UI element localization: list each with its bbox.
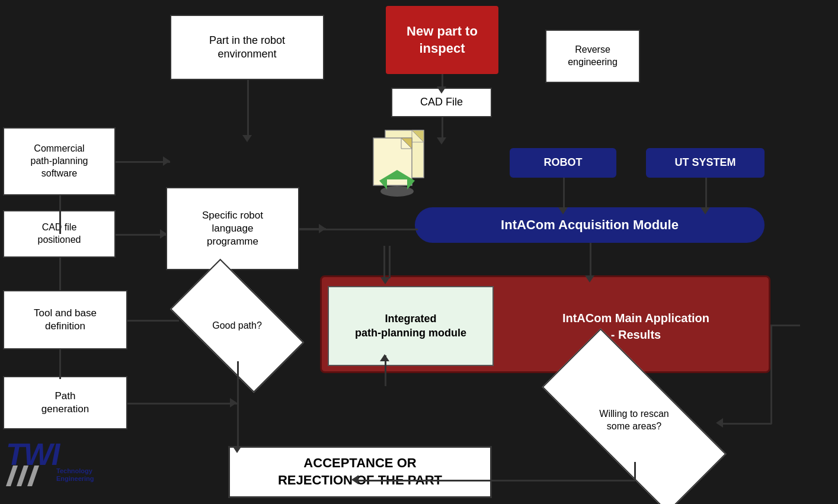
svg-marker-12 (27, 466, 39, 486)
arrowhead-pathgen (230, 398, 237, 407)
arrow-left-vert-1 (59, 195, 61, 234)
file-icon (359, 127, 436, 198)
willing-rescan-label: Willing to rescansome areas? (599, 408, 669, 433)
reverse-eng-label: Reverseengineering (568, 44, 618, 69)
arrowhead-cad-file-icon (437, 137, 446, 145)
arrowhead-intacom-container (585, 275, 594, 283)
arrowhead-ut-intacom (701, 207, 710, 214)
ut-system-box: UT SYSTEM (646, 148, 765, 178)
arrow-ut-intacom (705, 178, 707, 208)
arrowhead-cadfpos (160, 229, 167, 239)
arrow-container-willing-down (770, 325, 772, 424)
twi-logo: TWI TechnologyEngineering (6, 439, 89, 492)
new-part-label: New part toinspect (407, 23, 478, 57)
arrow-specific-intacom (299, 229, 418, 230)
arrowhead-double (380, 277, 390, 284)
arrow-container-willing (770, 325, 800, 326)
new-part-box: New part toinspect (386, 6, 498, 74)
commercial-pp-label: Commercialpath-planningsoftware (31, 143, 88, 179)
specific-robot-label: Specific robotlanguageprogramme (202, 209, 263, 248)
svg-marker-11 (17, 466, 28, 486)
good-path-diamond: Good path? (178, 290, 296, 361)
ut-system-label: UT SYSTEM (674, 156, 735, 169)
arrow-goodpath-down (237, 361, 239, 447)
part-robot-box: Part in the robotenvironment (170, 15, 324, 80)
arrow-left-vert-3 (59, 349, 61, 379)
arrow-tool-right (127, 320, 179, 322)
arrow-cadfpos-right (116, 234, 167, 236)
tool-base-box: Tool and basedefinition (3, 290, 127, 349)
twi-slashes (6, 466, 53, 486)
svg-marker-10 (6, 466, 18, 486)
specific-robot-box: Specific robotlanguageprogramme (166, 187, 299, 270)
arrowhead-integrated-up (380, 354, 389, 361)
tool-base-label: Tool and basedefinition (34, 307, 97, 333)
arrow-intacom-container (590, 243, 591, 277)
path-gen-box: Pathgeneration (3, 376, 127, 429)
arrow-cad-file-icon (442, 117, 443, 138)
arrow-part-down (247, 80, 249, 136)
double-line-right (389, 246, 391, 278)
robot-box: ROBOT (510, 148, 616, 178)
arrow-willing-acceptance (359, 480, 635, 481)
acceptance-box: ACCEPTANCE ORREJECTION OF THE PART (228, 446, 492, 498)
commercial-pp-box: Commercialpath-planningsoftware (3, 127, 116, 195)
arrowhead-container-willing (716, 418, 723, 428)
arrow-newpart-cad (442, 74, 443, 88)
double-line-left (383, 246, 385, 278)
intacom-acq-label: IntACom Acquisition Module (501, 217, 679, 234)
arrowhead-goodpath-down (232, 446, 242, 453)
acceptance-label: ACCEPTANCE ORREJECTION OF THE PART (278, 455, 442, 489)
arrow-left-vert-2 (59, 258, 61, 291)
arrowhead-willing-acceptance (351, 475, 359, 484)
robot-label: ROBOT (544, 156, 583, 169)
integrated-pp-label: Integratedpath-planning module (355, 312, 466, 340)
arrow-commercial-right (116, 161, 170, 163)
arrowhead-commercial (163, 156, 170, 166)
part-robot-label: Part in the robotenvironment (209, 34, 285, 62)
intacom-main-label: IntACom Main Application- Results (562, 310, 709, 343)
arrowhead-part-down (242, 135, 252, 142)
twi-tech-label: TechnologyEngineering (56, 467, 94, 483)
arrow-willing-down (634, 462, 636, 480)
reverse-eng-box: Reverseengineering (545, 30, 640, 83)
good-path-label: Good path? (212, 320, 262, 332)
arrowhead-robot-intacom (558, 207, 568, 214)
arrowhead-newpart-cad (437, 86, 446, 94)
path-gen-label: Pathgeneration (41, 390, 89, 416)
arrow-robot-intacom (563, 178, 565, 208)
willing-rescan-diamond: Willing to rescansome areas? (545, 379, 723, 462)
arrow-pathgen-right (127, 403, 237, 405)
cad-file-label: CAD File (420, 95, 463, 109)
arrow-container-willing-h2 (723, 423, 772, 425)
integrated-pp-box: Integratedpath-planning module (328, 286, 494, 366)
intacom-acq-box: IntACom Acquisition Module (415, 207, 765, 243)
